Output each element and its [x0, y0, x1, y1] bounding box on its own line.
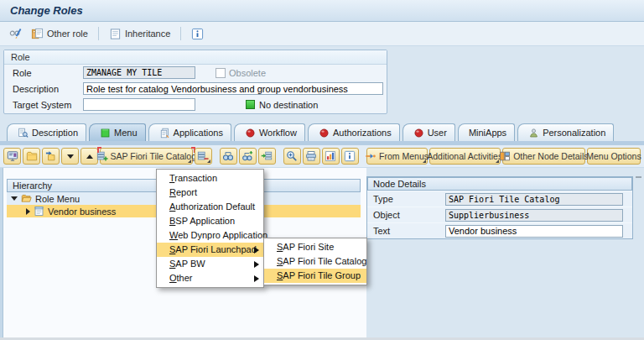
menu-item-label: Authorization Default — [169, 201, 255, 212]
folder-button[interactable] — [23, 148, 40, 165]
tab-description[interactable]: Description — [7, 123, 86, 141]
type-field-label: Type — [373, 194, 445, 204]
button-label: SAP Fiori Tile Catalog — [111, 151, 197, 161]
description-input[interactable] — [83, 82, 383, 95]
role-field-label: Role — [13, 68, 83, 78]
menu-item-report[interactable]: Report — [157, 186, 263, 200]
menu-item-sap-fiori-site[interactable]: SAP Fiori Site — [264, 240, 366, 254]
tab-strip: DescriptionMenuApplicationsWorkflowAutho… — [7, 123, 644, 141]
transaction-icon — [7, 150, 18, 162]
tab-label: Menu — [114, 128, 138, 138]
menu-item-label: Other — [169, 273, 193, 283]
type-input[interactable] — [445, 193, 623, 206]
tab-workflow[interactable]: Workflow — [234, 123, 305, 141]
menu-item-label: SAP Fiori Tile Catalog — [277, 256, 366, 266]
button-label: Other Node Details — [513, 151, 588, 161]
inheritance-icon — [109, 28, 122, 40]
role-groupbox: Role Role Obsolete Description Target Sy… — [3, 50, 387, 114]
expand-arrow-icon[interactable] — [26, 208, 30, 215]
tab-authorizations[interactable]: Authorizations — [308, 123, 400, 141]
folder-move-icon — [45, 150, 57, 162]
tab-label: Workflow — [259, 128, 297, 138]
menu-item-label: BSP Application — [169, 216, 235, 226]
info-icon — [191, 28, 204, 40]
target-system-field-label: Target System — [13, 100, 83, 110]
print-button[interactable] — [303, 148, 320, 165]
red-dot-icon — [319, 128, 330, 139]
information-button[interactable] — [189, 26, 206, 42]
tab-label: User — [428, 128, 447, 138]
role-groupbox-title: Role — [4, 50, 387, 65]
caret-up-icon — [86, 154, 93, 159]
zoom-in-icon — [286, 150, 298, 162]
insert-node-icon — [261, 150, 273, 162]
menu-item-label: SAP Fiori Tile Group — [277, 270, 361, 280]
menu-item-sap-fiori-tile-catalog[interactable]: SAP Fiori Tile Catalog — [264, 254, 366, 269]
chart-button[interactable] — [322, 148, 340, 165]
object-input[interactable] — [445, 209, 623, 222]
role-input[interactable] — [83, 66, 195, 79]
tab-menu[interactable]: Menu — [89, 123, 146, 141]
inheritance-button[interactable]: Inheritance — [106, 26, 173, 42]
insert-node-button[interactable] — [258, 148, 276, 165]
tab-applications[interactable]: Applications — [148, 123, 231, 141]
menu-item-transaction[interactable]: Transaction — [157, 171, 263, 186]
menu-item-web-dynpro-application[interactable]: Web Dynpro Application — [157, 228, 263, 243]
tab-label: Personalization — [543, 128, 605, 138]
description-row: Description — [4, 81, 387, 97]
target-system-input[interactable] — [83, 98, 195, 111]
create-node-context-menu: TransactionReportAuthorization DefaultBS… — [156, 169, 264, 288]
delete-node-button[interactable] — [195, 148, 212, 165]
zoom-in-button[interactable] — [283, 148, 301, 165]
menu-item-authorization-default[interactable]: Authorization Default — [157, 200, 263, 214]
target-system-row: Target System No destination — [4, 97, 387, 112]
page-title: Change Roles — [10, 4, 83, 17]
transaction-button[interactable] — [3, 148, 21, 165]
splitter-handle[interactable] — [636, 176, 641, 178]
tree-item-label: Vendor business — [48, 207, 116, 217]
find-next-icon — [242, 150, 253, 162]
red-dot-icon — [245, 128, 256, 139]
obsolete-checkbox-group: Obsolete — [216, 68, 266, 78]
obsolete-label: Obsolete — [229, 68, 266, 78]
menu-item-bsp-application[interactable]: BSP Application — [157, 214, 263, 228]
submenu-arrow-icon — [254, 275, 259, 282]
collapse-arrow-icon[interactable] — [11, 196, 18, 201]
menu-item-label: SAP Fiori Site — [277, 242, 334, 252]
menu-item-label: SAP Fiori Launchpad — [169, 244, 257, 254]
tab-label: Authorizations — [333, 128, 392, 138]
sap-fiori-launchpad-submenu: SAP Fiori SiteSAP Fiori Tile CatalogSAP … — [263, 238, 367, 285]
button-label: Inheritance — [125, 29, 170, 39]
create-sap-fiori-tile-catalog-button[interactable]: SAP Fiori Tile Catalog — [100, 148, 193, 165]
move-folder-button[interactable] — [42, 148, 60, 165]
tab-miniapps[interactable]: MiniApps — [458, 123, 515, 141]
person-icon — [528, 128, 539, 139]
role-row: Role Obsolete — [4, 65, 387, 81]
focus-bracket-left — [97, 147, 101, 153]
menu-item-other[interactable]: Other — [157, 271, 263, 285]
tab-user[interactable]: User — [402, 123, 455, 141]
menu-item-sap-bw[interactable]: SAP BW — [157, 257, 263, 271]
find-button[interactable] — [220, 148, 237, 165]
menu-options-button[interactable]: Menu Options — [587, 148, 641, 165]
menu-item-sap-fiori-launchpad[interactable]: SAP Fiori Launchpad — [157, 243, 263, 257]
toolbar-divider — [98, 27, 99, 40]
additional-activities-button[interactable]: Additional Activities — [429, 148, 501, 165]
green-square-icon — [100, 128, 111, 139]
info-button[interactable] — [341, 148, 359, 165]
move-down-button[interactable] — [61, 148, 79, 165]
tab-personalization[interactable]: Personalization — [517, 123, 614, 141]
other-role-button[interactable]: Other role — [29, 26, 91, 42]
system-toolbar: Other roleInheritance — [0, 22, 644, 46]
display-change-toggle-button[interactable] — [7, 26, 24, 42]
find-next-button[interactable] — [239, 148, 257, 165]
text-field-label: Text — [373, 226, 445, 236]
other-node-details-button[interactable]: Other Node Details — [502, 148, 585, 165]
toolbar-divider — [180, 27, 181, 40]
object-row: Object — [367, 207, 632, 222]
menu-item-sap-fiori-tile-group[interactable]: SAP Fiori Tile Group — [264, 269, 366, 283]
menu-toolbar: SAP Fiori Tile CatalogFrom MenusAddition… — [0, 145, 644, 168]
tab-label: MiniApps — [469, 128, 506, 138]
text-input[interactable] — [445, 225, 623, 238]
from-menus-button[interactable]: From Menus — [366, 148, 428, 165]
